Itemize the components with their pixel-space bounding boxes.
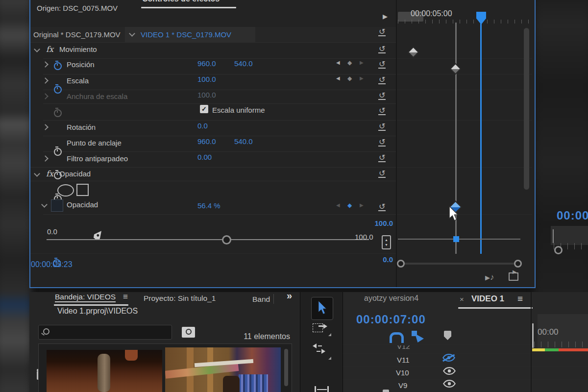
stopwatch-icon[interactable] — [54, 148, 62, 156]
tab-sequence-inactive[interactable]: ayotzy version4 — [364, 294, 418, 303]
reset-icon[interactable]: ↺ — [378, 61, 386, 69]
effect-controls-timecode[interactable]: 00:00:05:23 — [31, 260, 73, 269]
vertical-scrollbar[interactable] — [524, 28, 529, 190]
tab-sequence-active[interactable]: VIDEO 1 — [471, 294, 504, 304]
opacidad-value[interactable]: 56.4 % — [197, 201, 220, 210]
graph-keyframe-square[interactable] — [453, 236, 459, 242]
anclaje-x-value[interactable]: 960.0 — [197, 137, 216, 146]
play-audio-icon[interactable]: ▶♪ — [485, 272, 494, 282]
track-output-icon[interactable] — [443, 367, 456, 377]
ripple-edit-tool[interactable] — [313, 343, 317, 348]
prev-keyframe-icon[interactable]: ◀ — [336, 75, 340, 81]
divider — [343, 391, 588, 391]
reset-icon[interactable]: ↺ — [378, 170, 386, 178]
reset-icon[interactable]: ↺ — [378, 107, 386, 115]
horizontal-zoom-bar[interactable] — [401, 263, 516, 265]
snap-icon[interactable] — [390, 332, 404, 343]
close-tab-icon[interactable]: × — [460, 295, 464, 303]
track-name: V11 — [397, 356, 410, 364]
prev-keyframe-icon[interactable]: ◀ — [336, 60, 340, 65]
clip-target-label[interactable]: VIDEO 1 * DSC_0179.MOV — [141, 30, 231, 39]
export-frame-icon[interactable]: ▶ — [509, 272, 518, 281]
effect-name-opacidad[interactable]: Opacidad — [59, 170, 91, 178]
reset-icon[interactable]: ↺ — [378, 154, 386, 162]
thumbnail-detail — [223, 376, 240, 392]
reset-icon[interactable]: ↺ — [378, 123, 386, 131]
track-name: V9 — [398, 381, 407, 390]
program-zoom-handle[interactable] — [554, 246, 563, 254]
clip-thumbnail[interactable] — [47, 350, 162, 392]
reset-icon[interactable]: ↺ — [378, 46, 386, 53]
search-bin-icon — [186, 329, 192, 335]
posicion-y-value[interactable]: 540.0 — [234, 59, 253, 68]
stepper-up-icon[interactable]: ▲ — [385, 238, 388, 242]
tab-effect-controls[interactable]: Controles de efectos — [140, 0, 236, 10]
stopwatch-icon[interactable] — [54, 86, 62, 94]
render-bar-red — [559, 348, 588, 351]
program-monitor-timecode-clip[interactable]: 00:00 — [554, 209, 588, 223]
reset-icon[interactable]: ↺ — [378, 28, 386, 36]
zoom-handle-right[interactable] — [514, 260, 522, 268]
clip-thumbnail[interactable] — [165, 347, 281, 392]
tab-bandeja-videos[interactable]: Bandeja: VIDEOS — [55, 293, 116, 301]
panel-play-icon[interactable]: ▶ — [383, 13, 388, 20]
antiparpadeo-value[interactable]: 0.00 — [197, 153, 212, 161]
bin-scrollbar[interactable] — [284, 349, 288, 386]
uniform-scale-checkbox[interactable]: ✓ — [200, 105, 208, 113]
rotacion-value[interactable]: 0.0 — [197, 122, 208, 130]
rectangle-mask-icon[interactable] — [76, 184, 89, 196]
opacity-slider-handle[interactable] — [222, 235, 231, 245]
panel-menu-icon[interactable]: ≡ — [517, 294, 523, 304]
graph-min-value: 0.0 — [363, 255, 393, 264]
linked-selection-icon[interactable] — [412, 331, 424, 343]
add-keyframe-icon[interactable]: ◆ — [347, 75, 352, 82]
track-select-forward-tool[interactable] — [313, 323, 323, 332]
track-output-icon[interactable] — [443, 380, 456, 390]
zoom-handle-left[interactable] — [397, 260, 405, 268]
divider — [43, 151, 396, 152]
stopwatch-icon[interactable] — [54, 62, 62, 70]
stopwatch-icon[interactable] — [54, 109, 62, 117]
track-output-hidden-icon[interactable] — [442, 354, 455, 363]
next-keyframe-icon[interactable]: ▶ — [360, 60, 364, 65]
divider — [30, 167, 396, 168]
effect-name-movimiento[interactable]: Movimiento — [59, 45, 97, 53]
program-ruler-box — [551, 226, 588, 245]
search-bin-button[interactable] — [182, 327, 195, 338]
bin-path: Video 1.prproj\VIDEOS — [57, 307, 138, 316]
reset-icon[interactable]: ↺ — [378, 76, 386, 84]
thumbnail-detail — [125, 350, 138, 361]
opacity-slider-track[interactable] — [47, 239, 369, 240]
reset-icon[interactable]: ↺ — [378, 92, 386, 100]
tab-band-clipped[interactable]: Band — [252, 295, 270, 304]
timeline-timecode[interactable]: 00:00:07:00 — [356, 313, 426, 326]
ec-ruler-label: 00:00:05:00 — [411, 9, 452, 18]
stepper-down-icon[interactable]: ▼ — [385, 243, 388, 246]
prev-keyframe-icon[interactable]: ◀ — [336, 202, 340, 208]
divider — [343, 367, 588, 367]
next-keyframe-icon[interactable]: ▶ — [360, 75, 364, 81]
anclaje-y-value[interactable]: 540.0 — [234, 137, 253, 146]
ellipse-mask-icon[interactable] — [57, 184, 74, 196]
slip-bar — [315, 386, 316, 392]
next-keyframe-icon[interactable]: ▶ — [360, 202, 364, 208]
value-stepper[interactable]: ▲ ▼ — [382, 235, 391, 249]
panel-menu-icon[interactable]: ≡ — [123, 292, 128, 302]
add-keyframe-icon[interactable]: ◆ — [347, 59, 352, 66]
tab-overflow-icon[interactable]: » — [287, 290, 292, 301]
active-tab-underline — [458, 307, 533, 309]
tab-proyecto[interactable]: Proyecto: Sin título_1 — [144, 294, 216, 303]
tool-flyout-indicator — [328, 357, 331, 360]
posicion-x-value[interactable]: 960.0 — [197, 59, 216, 68]
search-input[interactable] — [51, 326, 166, 338]
property-anchura-label: Anchura de escala — [67, 92, 127, 100]
selection-tool-active-box[interactable] — [311, 297, 333, 320]
add-keyframe-icon[interactable]: ◆ — [347, 202, 352, 209]
timeline-ruler-label[interactable]: 00:00 — [538, 327, 559, 337]
reset-icon[interactable]: ↺ — [378, 139, 386, 147]
tab-source-monitor[interactable]: Origen: DSC_0075.MOV — [37, 4, 118, 12]
escala-value[interactable]: 100.0 — [197, 75, 216, 83]
slip-tool-partial[interactable] — [315, 386, 329, 392]
reset-icon[interactable]: ↺ — [378, 203, 386, 211]
playhead-line[interactable] — [480, 23, 482, 254]
